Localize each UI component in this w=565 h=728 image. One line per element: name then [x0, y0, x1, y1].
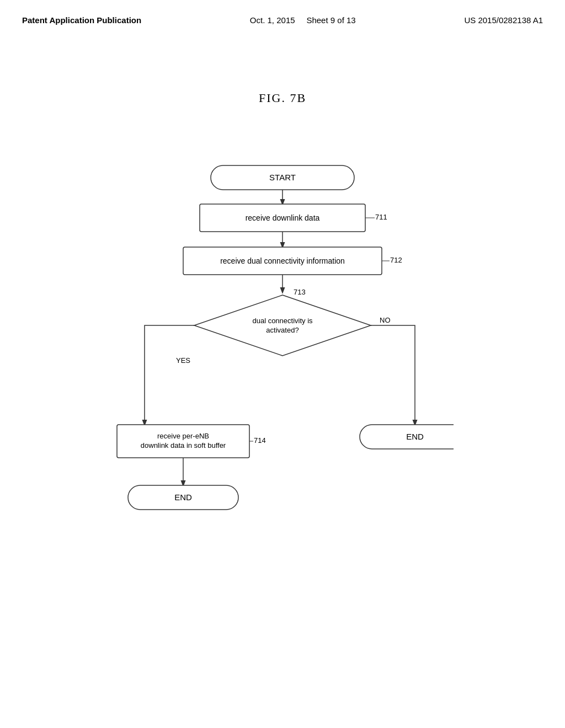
ref-712: 712 — [390, 256, 402, 264]
node-713-label-1: dual connectivity is — [252, 317, 313, 325]
node-714-label-2: downlink data in soft buffer — [141, 441, 226, 449]
start-label: START — [269, 173, 296, 182]
header-publication-type: Patent Application Publication — [22, 15, 141, 25]
node-712-label: receive dual connectivity information — [220, 256, 345, 265]
flowchart-container: START receive downlink data 711 receive … — [111, 160, 454, 592]
header-sheet: Sheet 9 of 13 — [306, 15, 355, 25]
header-date: Oct. 1, 2015 — [250, 15, 295, 25]
end-right-label: END — [406, 432, 424, 441]
figure-title: FIG. 7B — [0, 91, 565, 105]
node-713-label-2: activated? — [266, 326, 299, 334]
page-header: Patent Application Publication Oct. 1, 2… — [0, 0, 565, 25]
header-patent-number: US 2015/0282138 A1 — [464, 15, 543, 25]
flowchart-svg: START receive downlink data 711 receive … — [111, 160, 454, 590]
no-label: NO — [380, 316, 391, 324]
ref-714: 714 — [254, 436, 266, 445]
ref-713: 713 — [294, 288, 306, 296]
node-711-label: receive downlink data — [246, 213, 320, 222]
svg-marker-8 — [194, 295, 371, 356]
yes-label: YES — [176, 356, 190, 365]
end-left-label: END — [174, 493, 192, 502]
ref-711: 711 — [375, 213, 387, 221]
node-714-label-1: receive per-eNB — [157, 432, 209, 440]
header-date-sheet: Oct. 1, 2015 Sheet 9 of 13 — [250, 15, 356, 25]
